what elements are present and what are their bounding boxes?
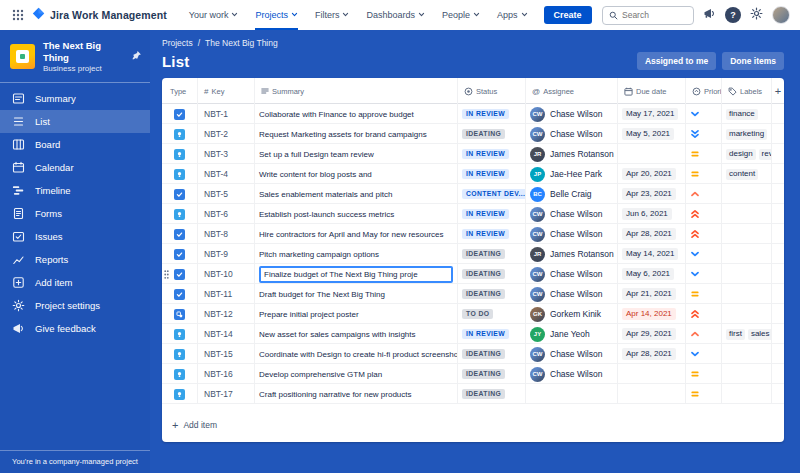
megaphone-icon[interactable] bbox=[703, 6, 716, 24]
summary-cell[interactable]: Establish post-launch success metrics bbox=[255, 204, 458, 224]
status-cell[interactable]: IDEATING bbox=[458, 264, 526, 284]
breadcrumb-project-name[interactable]: The Next Big Thing bbox=[205, 38, 278, 48]
settings-icon[interactable] bbox=[750, 6, 763, 24]
due-date-cell[interactable]: Apr 23, 2021 bbox=[618, 184, 686, 204]
priority-cell[interactable] bbox=[686, 364, 722, 384]
search-input[interactable] bbox=[622, 10, 687, 20]
priority-cell[interactable] bbox=[686, 224, 722, 244]
add-column-button[interactable]: + bbox=[772, 78, 784, 104]
due-date-cell[interactable] bbox=[618, 384, 686, 404]
app-switcher-icon[interactable] bbox=[8, 5, 28, 25]
type-cell[interactable] bbox=[162, 324, 198, 344]
labels-cell[interactable] bbox=[722, 364, 772, 384]
labels-cell[interactable] bbox=[722, 304, 772, 324]
assignee-cell[interactable]: JPJae-Hee Park bbox=[526, 164, 618, 184]
status-cell[interactable]: IN REVIEW bbox=[458, 324, 526, 344]
project-header[interactable]: The Next Big Thing Business project bbox=[0, 30, 150, 82]
nav-item-projects[interactable]: Projects bbox=[255, 0, 298, 30]
nav-item-your-work[interactable]: Your work bbox=[189, 0, 239, 30]
priority-cell[interactable] bbox=[686, 124, 722, 144]
due-date-cell[interactable]: Apr 14, 2021 bbox=[618, 304, 686, 324]
priority-cell[interactable] bbox=[686, 304, 722, 324]
sidebar-item-board[interactable]: .st{fill:none;stroke:#fff;stroke-width:1… bbox=[0, 133, 150, 156]
due-date-cell[interactable]: May 6, 2021 bbox=[618, 264, 686, 284]
sidebar-item-reports[interactable]: .st{fill:none;stroke:#fff;stroke-width:1… bbox=[0, 248, 150, 271]
due-date-cell[interactable]: Apr 28, 2021 bbox=[618, 224, 686, 244]
sidebar-item-timeline[interactable]: .st{fill:none;stroke:#fff;stroke-width:1… bbox=[0, 179, 150, 202]
type-cell[interactable] bbox=[162, 204, 198, 224]
summary-cell[interactable]: Set up a full Design team review bbox=[255, 144, 458, 164]
assignee-cell[interactable]: CWChase Wilson bbox=[526, 124, 618, 144]
column-header-due[interactable]: Due date bbox=[618, 78, 686, 104]
column-header-labels[interactable]: Labels bbox=[722, 78, 772, 104]
sidebar-item-summary[interactable]: .st{fill:none;stroke:#fff;stroke-width:1… bbox=[0, 87, 150, 110]
type-cell[interactable] bbox=[162, 244, 198, 264]
type-cell[interactable] bbox=[162, 284, 198, 304]
labels-cell[interactable] bbox=[722, 184, 772, 204]
status-cell[interactable]: IDEATING bbox=[458, 344, 526, 364]
status-cell[interactable]: IDEATING bbox=[458, 124, 526, 144]
status-cell[interactable]: TO DO bbox=[458, 304, 526, 324]
status-cell[interactable]: IN REVIEW bbox=[458, 104, 526, 124]
labels-cell[interactable] bbox=[722, 284, 772, 304]
sidebar-item-issues[interactable]: .st{fill:none;stroke:#fff;stroke-width:1… bbox=[0, 225, 150, 248]
priority-cell[interactable] bbox=[686, 284, 722, 304]
assignee-cell[interactable]: CWChase Wilson bbox=[526, 364, 618, 384]
summary-cell[interactable]: Develop comprehensive GTM plan bbox=[255, 364, 458, 384]
due-date-cell[interactable] bbox=[618, 364, 686, 384]
status-cell[interactable]: IN REVIEW bbox=[458, 224, 526, 244]
sidebar-item-add-item[interactable]: .st{fill:none;stroke:#fff;stroke-width:1… bbox=[0, 271, 150, 294]
due-date-cell[interactable]: Apr 29, 2021 bbox=[618, 324, 686, 344]
due-date-cell[interactable]: May 17, 2021 bbox=[618, 104, 686, 124]
sidebar-item-give-feedback[interactable]: .st{fill:none;stroke:#fff;stroke-width:1… bbox=[0, 317, 150, 340]
status-cell[interactable]: IDEATING bbox=[458, 384, 526, 404]
due-date-cell[interactable]: May 14, 2021 bbox=[618, 244, 686, 264]
assignee-cell[interactable]: CWChase Wilson bbox=[526, 104, 618, 124]
sidebar-item-project-settings[interactable]: .st{fill:none;stroke:#fff;stroke-width:1… bbox=[0, 294, 150, 317]
type-cell[interactable] bbox=[162, 124, 198, 144]
due-date-cell[interactable]: Apr 20, 2021 bbox=[618, 164, 686, 184]
type-cell[interactable] bbox=[162, 184, 198, 204]
assignee-cell[interactable]: JRJames Rotanson bbox=[526, 144, 618, 164]
status-cell[interactable]: IDEATING bbox=[458, 244, 526, 264]
summary-cell[interactable]: Hire contractors for April and May for n… bbox=[255, 224, 458, 244]
add-item-row[interactable]: + Add item bbox=[162, 418, 784, 438]
status-cell[interactable]: IN REVIEW bbox=[458, 164, 526, 184]
drag-handle-icon[interactable] bbox=[164, 265, 169, 283]
labels-cell[interactable] bbox=[722, 384, 772, 404]
priority-cell[interactable] bbox=[686, 164, 722, 184]
assigned-to-me-button[interactable]: Assigned to me bbox=[637, 52, 716, 70]
due-date-cell[interactable] bbox=[618, 144, 686, 164]
done-items-button[interactable]: Done items bbox=[722, 52, 784, 70]
priority-cell[interactable] bbox=[686, 244, 722, 264]
assignee-cell[interactable]: CWChase Wilson bbox=[526, 344, 618, 364]
summary-cell[interactable]: Draft budget for The Next Big Thing bbox=[255, 284, 458, 304]
priority-cell[interactable] bbox=[686, 204, 722, 224]
type-cell[interactable] bbox=[162, 384, 198, 404]
column-header-type[interactable]: Type bbox=[162, 78, 198, 104]
status-cell[interactable]: IN REVIEW bbox=[458, 144, 526, 164]
labels-cell[interactable] bbox=[722, 344, 772, 364]
sidebar-item-list[interactable]: .st{fill:none;stroke:#fff;stroke-width:1… bbox=[0, 110, 150, 133]
sidebar-item-forms[interactable]: .st{fill:none;stroke:#fff;stroke-width:1… bbox=[0, 202, 150, 225]
summary-cell[interactable]: New asset for sales campaigns with insig… bbox=[255, 324, 458, 344]
summary-cell[interactable]: Write content for blog posts and bbox=[255, 164, 458, 184]
breadcrumb-projects[interactable]: Projects bbox=[162, 38, 193, 48]
summary-cell[interactable]: Prepare initial project poster bbox=[255, 304, 458, 324]
labels-cell[interactable] bbox=[722, 224, 772, 244]
column-header-priority[interactable]: Priority bbox=[686, 78, 722, 104]
labels-cell[interactable]: finance bbox=[722, 104, 772, 124]
due-date-cell[interactable]: Apr 28, 2021 bbox=[618, 344, 686, 364]
column-header-summary[interactable]: Summary bbox=[255, 78, 458, 104]
priority-cell[interactable] bbox=[686, 104, 722, 124]
summary-cell[interactable]: Sales enablement materials and pitch bbox=[255, 184, 458, 204]
search-box[interactable] bbox=[602, 6, 694, 25]
summary-cell[interactable]: Craft positioning narrative for new prod… bbox=[255, 384, 458, 404]
nav-item-dashboards[interactable]: Dashboards bbox=[366, 0, 425, 30]
summary-cell[interactable]: Coordinate with Design to create hi-fi p… bbox=[255, 344, 458, 364]
nav-item-apps[interactable]: Apps bbox=[497, 0, 528, 30]
status-cell[interactable]: IDEATING bbox=[458, 284, 526, 304]
assignee-cell[interactable]: CWChase Wilson bbox=[526, 204, 618, 224]
column-header-key[interactable]: #Key bbox=[198, 78, 255, 104]
due-date-cell[interactable]: Apr 21, 2021 bbox=[618, 284, 686, 304]
